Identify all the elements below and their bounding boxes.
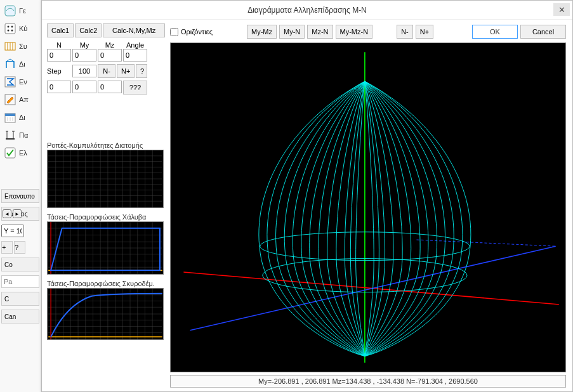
step-n-plus-button[interactable]: N+ [117, 64, 135, 78]
horizontal-checkbox-input[interactable] [170, 28, 178, 36]
steel-stress-strain-plot [47, 221, 164, 275]
bg-item-4[interactable]: Εν [1, 74, 39, 90]
svg-rect-1 [5, 23, 15, 34]
label-my: My [72, 41, 96, 49]
panel-icon [4, 40, 16, 53]
check-icon [4, 147, 16, 159]
bg-item-label: Δι [19, 114, 25, 121]
plot2-title: Τάσεις-Παραμορφώσεις Χάλυβα [47, 213, 165, 221]
svg-point-5 [11, 30, 13, 32]
row3-b[interactable] [72, 81, 96, 93]
bg-item-5[interactable]: Απ [1, 91, 39, 108]
plus-button[interactable]: + [1, 241, 13, 254]
svg-point-3 [11, 26, 13, 28]
calc2-button[interactable]: Calc2 [75, 23, 102, 37]
bg-item-label: Ελ [19, 149, 27, 157]
bg-item-label: Πα [19, 131, 28, 139]
label-n: N [47, 41, 71, 49]
beam-icon [4, 129, 16, 141]
bg-can[interactable]: Can [1, 310, 39, 323]
dice-icon [4, 22, 16, 35]
step-n-minus-button[interactable]: N- [98, 64, 115, 78]
svg-rect-13 [5, 114, 15, 116]
bg-item-0[interactable]: Γε [1, 3, 39, 19]
scroll-left[interactable]: ◄ [3, 209, 11, 218]
my-mz-n-button[interactable]: My-Mz-N [336, 25, 373, 39]
bg-c[interactable]: C [1, 292, 39, 306]
cancel-button[interactable]: Cancel [520, 25, 566, 39]
input-n[interactable] [47, 49, 71, 62]
scroll-right[interactable]: ► [13, 209, 22, 218]
mz-n-button[interactable]: Mz-N [307, 25, 333, 39]
calc1-button[interactable]: Calc1 [47, 23, 74, 37]
my-n-button[interactable]: My-N [279, 25, 305, 39]
row3-a[interactable] [47, 81, 71, 93]
bg-item-3[interactable]: Δι [1, 56, 39, 72]
close-button[interactable]: ✕ [553, 3, 570, 16]
bg-item-7[interactable]: Πα [1, 127, 39, 143]
input-mz[interactable] [98, 49, 122, 62]
input-angle[interactable] [123, 49, 147, 62]
qqq-button[interactable]: ??? [123, 81, 147, 95]
bg-icon-list: Γε Κύ Συ Δι Εν Απ Δι Πα Ελ [0, 0, 41, 164]
input-my[interactable] [72, 49, 96, 62]
n-minus-button[interactable]: N- [397, 25, 413, 39]
frame-icon [4, 58, 16, 70]
bg-item-1[interactable]: Κύ [1, 20, 39, 37]
svg-rect-95 [171, 46, 565, 369]
row3-c[interactable] [98, 81, 122, 93]
bg-btn-1[interactable]: Επαναυπο [1, 189, 39, 203]
sigma-icon [4, 75, 16, 88]
pa-input[interactable] [1, 275, 39, 288]
svg-point-2 [8, 26, 10, 28]
ok-button[interactable]: OK [472, 25, 518, 39]
bg-item-8[interactable]: Ελ [1, 145, 39, 161]
edit-icon [4, 93, 16, 106]
plot1-title: Ροπές-Καμπυλότητες Διατομής [47, 141, 165, 149]
q-button[interactable]: ? [14, 241, 25, 254]
plot3-title: Τάσεις-Παραμορφώσεις Σκυροδέμ. [47, 280, 165, 287]
3d-viewport[interactable] [170, 42, 566, 372]
horizontal-checkbox[interactable]: Οριζόντιες [170, 28, 213, 36]
dialog-title: Διαγράμματα Αλληλεπίδρασης M-N [247, 6, 367, 15]
bg-item-label: Δι [19, 60, 25, 68]
y-input[interactable] [1, 225, 24, 237]
bg-item-label: Γε [19, 7, 26, 15]
bg-item-label: Κύ [19, 25, 27, 32]
left-panel: Calc1 Calc2 Calc-N,My,Mz N My Mz Angle S… [42, 20, 168, 391]
bg-item-6[interactable]: Δι [1, 109, 39, 126]
step-help-button[interactable]: ? [136, 64, 147, 78]
concrete-stress-strain-plot [47, 288, 164, 340]
top-toolbar: Οριζόντιες My-Mz My-N Mz-N My-Mz-N N- N+… [170, 23, 566, 40]
n-plus-button[interactable]: N+ [416, 25, 433, 39]
status-text: My=-206.891 , 206.891 Mz=134.438 , -134.… [258, 377, 478, 385]
bg-co[interactable]: Co [1, 258, 39, 271]
calendar-icon [4, 111, 16, 124]
svg-point-4 [8, 30, 10, 32]
status-bar: My=-206.891 , 206.891 Mz=134.438 , -134.… [170, 375, 566, 388]
step-label: Step [47, 67, 71, 75]
bg-item-label: Εν [19, 78, 27, 86]
titlebar: Διαγράμματα Αλληλεπίδρασης M-N ✕ [42, 1, 572, 20]
label-mz: Mz [98, 41, 122, 49]
label-angle: Angle [123, 41, 147, 49]
calc-nmymz-button[interactable]: Calc-N,My,Mz [103, 23, 165, 37]
right-panel: Οριζόντιες My-Mz My-N Mz-N My-Mz-N N- N+… [168, 20, 572, 391]
horizontal-checkbox-label: Οριζόντιες [181, 28, 213, 36]
bg-item-label: Συ [19, 42, 27, 50]
bg-item-2[interactable]: Συ [1, 38, 39, 55]
scroll-arrows: ◄ ► [3, 209, 22, 218]
my-mz-button[interactable]: My-Mz [247, 25, 277, 39]
moment-curvature-plot [47, 150, 164, 208]
bg-item-label: Απ [19, 96, 29, 103]
interaction-surface-icon [171, 43, 565, 372]
interaction-diagram-dialog: Διαγράμματα Αλληλεπίδρασης M-N ✕ Calc1 C… [41, 0, 573, 392]
background-sidebar: Γε Κύ Συ Δι Εν Απ Δι Πα Ελ ◄ ► Επαναυπο … [0, 0, 41, 392]
generic-icon [4, 4, 16, 17]
step-input[interactable] [72, 65, 96, 77]
